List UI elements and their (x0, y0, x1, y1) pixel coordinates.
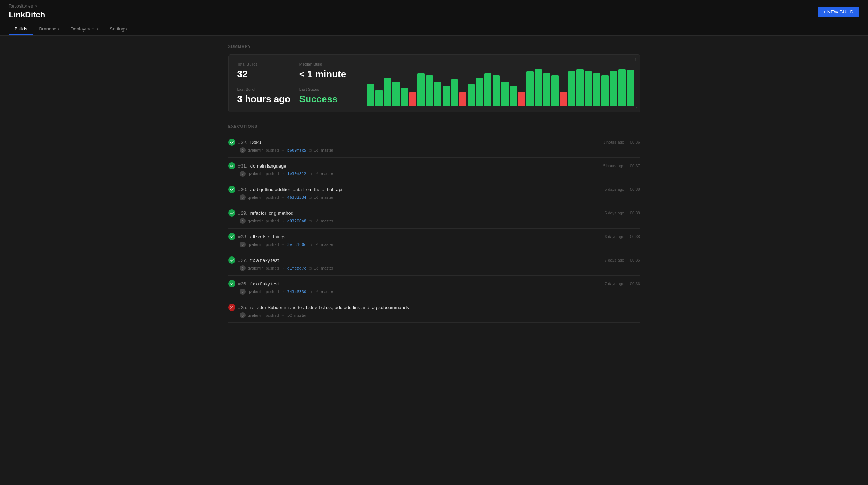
execution-user: qvalentin (248, 313, 264, 317)
execution-item[interactable]: #29. refactor long method 5 days ago 00:… (228, 205, 640, 229)
branch-name[interactable]: master (321, 242, 333, 247)
execution-time: 5 days ago (605, 187, 624, 192)
branch-name[interactable]: master (321, 195, 333, 200)
tab-deployments[interactable]: Deployments (65, 23, 104, 35)
execution-time: 5 hours ago (603, 164, 624, 168)
execution-number: #30. (238, 187, 247, 192)
execution-title: refactor long method (250, 210, 293, 216)
branch-name[interactable]: master (321, 148, 333, 152)
execution-details: Q qvalentin pushed → ⎇ master (240, 312, 640, 318)
commit-hash[interactable]: a03206a8 (287, 219, 307, 223)
status-icon (228, 280, 235, 287)
total-builds-label: Total Builds (237, 62, 291, 66)
execution-meta-right: 6 days ago 00:38 (605, 234, 640, 239)
summary-card: Total Builds 32 Median Build < 1 minute … (228, 54, 640, 112)
execution-item[interactable]: #25. refactor Subcommand to abstract cla… (228, 299, 640, 323)
nav-tabs: Builds Branches Deployments Settings (9, 23, 859, 35)
avatar: Q (240, 147, 246, 153)
total-builds-value: 32 (237, 69, 291, 80)
tab-branches[interactable]: Branches (33, 23, 65, 35)
execution-duration: 00:36 (630, 281, 640, 286)
last-build-value: 3 hours ago (237, 94, 291, 105)
page-title: LinkDitch (9, 10, 45, 20)
execution-item[interactable]: #31. domain language 5 hours ago 00:37 Q… (228, 158, 640, 181)
execution-action: pushed (266, 219, 279, 223)
tab-builds[interactable]: Builds (9, 23, 33, 35)
execution-user: qvalentin (248, 172, 264, 176)
branch-icon: ⎇ (314, 289, 319, 294)
execution-title: Doku (250, 140, 261, 145)
status-icon (228, 139, 235, 146)
median-build-value: < 1 minute (299, 69, 353, 80)
to-text: to (309, 266, 312, 270)
arrow-icon: → (281, 242, 285, 247)
branch-icon: ⎇ (314, 266, 319, 271)
avatar: Q (240, 265, 246, 271)
execution-user: qvalentin (248, 148, 264, 152)
median-build-stat: Median Build < 1 minute (299, 62, 353, 80)
avatar: Q (240, 312, 246, 318)
breadcrumb-repositories[interactable]: Repositories (9, 4, 33, 9)
commit-hash[interactable]: b609fac5 (287, 148, 307, 153)
branch-name[interactable]: master (321, 289, 333, 294)
to-text: to (309, 172, 312, 176)
last-status-stat: Last Status Success (299, 87, 353, 105)
commit-hash[interactable]: 1e30d812 (287, 172, 307, 176)
commit-hash[interactable]: 46382334 (287, 195, 307, 200)
branch-name[interactable]: master (294, 313, 307, 317)
branch-icon: ⎇ (314, 172, 319, 176)
main-content: SUMMARY Total Builds 32 Median Build < 1… (217, 36, 652, 332)
avatar: Q (240, 289, 246, 295)
execution-duration: 00:37 (630, 164, 640, 168)
arrow-icon: → (281, 313, 285, 317)
execution-item[interactable]: #27. fix a flaky test 7 days ago 00:35 Q… (228, 252, 640, 276)
execution-meta-right: 5 days ago 00:38 (605, 211, 640, 215)
new-build-button[interactable]: + NEW BUILD (818, 7, 859, 17)
app-header: Repositories > LinkDitch + NEW BUILD Bui… (0, 0, 868, 36)
execution-action: pushed (266, 313, 279, 317)
execution-meta-right: 5 hours ago 00:37 (603, 164, 640, 168)
execution-action: pushed (266, 195, 279, 200)
chart-bars-container (367, 61, 634, 106)
last-build-stat: Last Build 3 hours ago (237, 87, 291, 105)
execution-item[interactable]: #26. fix a flaky test 7 days ago 00:36 Q… (228, 276, 640, 299)
branch-name[interactable]: master (321, 172, 333, 176)
execution-number: #26. (238, 281, 247, 287)
execution-user: qvalentin (248, 219, 264, 223)
execution-item[interactable]: #32. Doku 3 hours ago 00:36 Q qvalentin … (228, 134, 640, 158)
avatar: Q (240, 171, 246, 177)
execution-action: pushed (266, 242, 279, 247)
last-status-label: Last Status (299, 87, 353, 91)
median-build-label: Median Build (299, 62, 353, 66)
execution-item[interactable]: #30. add getting addition data from the … (228, 181, 640, 205)
commit-hash[interactable]: 3ef31c0c (287, 242, 307, 247)
commit-hash[interactable]: d1fdad7c (287, 266, 307, 271)
status-icon (228, 186, 235, 193)
arrow-icon: → (281, 172, 285, 176)
execution-number: #28. (238, 234, 247, 239)
arrow-icon: → (281, 266, 285, 270)
branch-name[interactable]: master (321, 266, 333, 270)
branch-icon: ⎇ (314, 242, 319, 247)
branch-icon: ⎇ (314, 219, 319, 223)
execution-number: #27. (238, 258, 247, 263)
execution-user: qvalentin (248, 195, 264, 200)
status-icon (228, 304, 235, 311)
commit-hash[interactable]: 743c6330 (287, 289, 307, 294)
avatar: Q (240, 242, 246, 247)
execution-title: domain language (250, 163, 287, 169)
tab-settings[interactable]: Settings (104, 23, 132, 35)
execution-meta-right: 5 days ago 00:38 (605, 187, 640, 192)
execution-details: Q qvalentin pushed → 1e30d812 to ⎇ maste… (240, 171, 640, 177)
status-icon (228, 256, 235, 264)
to-text: to (309, 289, 312, 294)
chart-top-label: 1 (635, 58, 637, 62)
branch-name[interactable]: master (321, 219, 333, 223)
avatar: Q (240, 218, 246, 224)
execution-item[interactable]: #28. all sorts of things 6 days ago 00:3… (228, 229, 640, 252)
branch-icon: ⎇ (314, 148, 319, 153)
execution-details: Q qvalentin pushed → 743c6330 to ⎇ maste… (240, 289, 640, 295)
execution-details: Q qvalentin pushed → a03206a8 to ⎇ maste… (240, 218, 640, 224)
execution-action: pushed (266, 148, 279, 152)
execution-action: pushed (266, 266, 279, 270)
